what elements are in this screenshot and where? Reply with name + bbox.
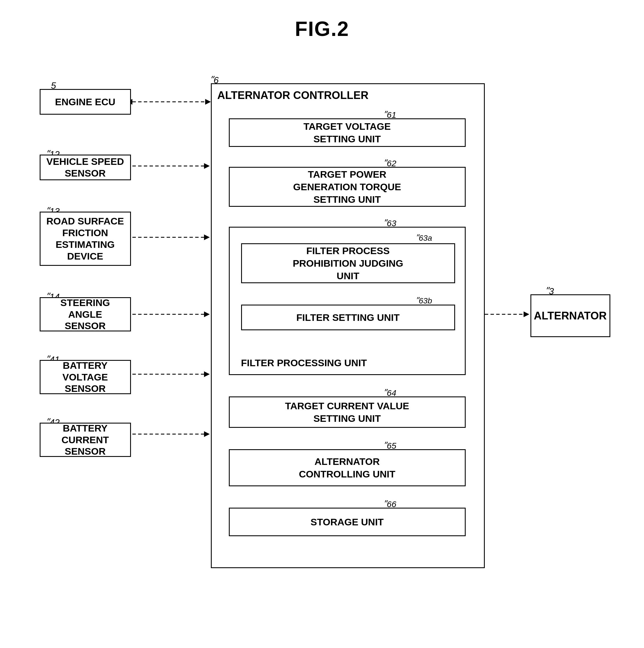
alternator-box: ALTERNATOR <box>531 294 610 337</box>
target-voltage-box: TARGET VOLTAGE SETTING UNIT <box>229 118 466 147</box>
target-power-box: TARGET POWER GENERATION TORQUE SETTING U… <box>229 167 466 207</box>
svg-marker-1 <box>205 99 211 105</box>
page-title: FIG.2 <box>0 0 644 52</box>
battery-current-box: BATTERY CURRENT SENSOR <box>40 423 131 457</box>
svg-marker-12 <box>204 431 210 437</box>
filter-processing-outer-box: ʺ63a FILTER PROCESS PROHIBITION JUDGING … <box>229 227 466 375</box>
svg-marker-10 <box>204 371 210 377</box>
steering-angle-box: STEERING ANGLE SENSOR <box>40 297 131 331</box>
svg-marker-8 <box>204 312 210 317</box>
storage-box: STORAGE UNIT <box>229 508 466 536</box>
vehicle-speed-sensor-box: VEHICLE SPEED SENSOR <box>40 155 131 180</box>
filter-prohibition-box: FILTER PROCESS PROHIBITION JUDGING UNIT <box>241 243 455 283</box>
filter-processing-label: FILTER PROCESSING UNIT <box>241 357 367 369</box>
svg-marker-4 <box>204 163 210 169</box>
svg-marker-14 <box>524 312 529 317</box>
battery-voltage-box: BATTERY VOLTAGE SENSOR <box>40 360 131 394</box>
alternator-controlling-box: ALTERNATOR CONTROLLING UNIT <box>229 449 466 486</box>
svg-marker-6 <box>204 234 210 240</box>
filter-setting-box: FILTER SETTING UNIT <box>241 305 455 330</box>
ref-63a: ʺ63a <box>415 233 432 243</box>
ref-63b: ʺ63b <box>415 296 432 306</box>
alternator-controller-box: ALTERNATOR CONTROLLER ʺ61 TARGET VOLTAGE… <box>211 83 485 568</box>
alternator-controller-label: ALTERNATOR CONTROLLER <box>217 89 369 102</box>
engine-ecu-box: ENGINE ECU <box>40 89 131 115</box>
target-current-box: TARGET CURRENT VALUE SETTING UNIT <box>229 396 466 428</box>
road-surface-box: ROAD SURFACE FRICTION ESTIMATING DEVICE <box>40 212 131 266</box>
